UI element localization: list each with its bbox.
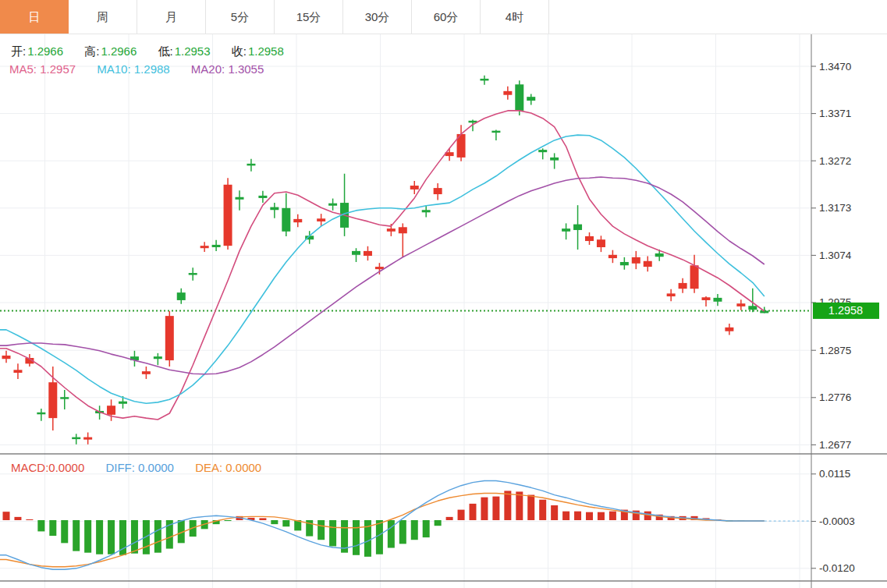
tab-timeframe-3[interactable]: 5分: [206, 0, 275, 34]
macd-bar: [96, 520, 103, 554]
axis-tick-label: 1.3074: [819, 250, 852, 261]
candle-body: [527, 97, 535, 101]
macd-bar: [84, 520, 91, 553]
candle-body: [247, 164, 255, 166]
candle-body: [236, 197, 244, 200]
candle-body: [422, 210, 431, 212]
candle-body: [212, 245, 221, 247]
macd-bar: [353, 520, 360, 555]
ma5-readout: MA5: 1.2957: [9, 62, 76, 76]
tab-timeframe-1[interactable]: 周: [69, 0, 137, 34]
macd-bar: [329, 520, 336, 546]
macd-bar: [271, 520, 278, 524]
current-price-badge-text: 1.2958: [828, 304, 863, 317]
macd-bar: [399, 520, 406, 544]
candle-body: [119, 402, 127, 404]
macd-bar: [551, 505, 558, 520]
macd-bar: [470, 504, 477, 520]
tab-timeframe-5[interactable]: 30分: [343, 0, 412, 34]
axis-tick-label: 1.2875: [819, 345, 851, 356]
ma20-line: [0, 177, 765, 374]
macd-bar: [154, 520, 161, 553]
candle-body: [189, 273, 197, 275]
candle-body: [538, 150, 547, 152]
candle-body: [375, 267, 384, 269]
candle-body: [317, 218, 325, 221]
axis-tick-label: 1.3371: [819, 108, 851, 119]
tab-timeframe-4[interactable]: 15分: [275, 0, 343, 34]
candle-body: [142, 371, 151, 374]
tab-timeframe-0[interactable]: 日: [0, 0, 69, 34]
close-readout: 收:1.2958: [232, 44, 284, 58]
tab-timeframe-6[interactable]: 60分: [412, 0, 481, 34]
candle-body: [399, 227, 407, 233]
macd-bar: [481, 498, 488, 520]
candle-body: [200, 246, 209, 248]
candle-body: [83, 437, 92, 440]
macd-bar: [3, 512, 10, 520]
candle-body: [573, 225, 582, 230]
candle-body: [72, 437, 80, 440]
candle-body: [224, 185, 232, 246]
candle-body: [352, 251, 360, 255]
macd-bar: [14, 517, 21, 520]
axis-tick-label: 1.2677: [819, 439, 851, 451]
macd-bar: [527, 495, 534, 520]
axis-tick-label: -0.0003: [819, 515, 855, 527]
macd-bar: [574, 512, 581, 520]
candle-body: [107, 406, 115, 415]
axis-tick-label: 1.3272: [819, 155, 851, 167]
candle-body: [282, 208, 290, 232]
timeframe-tabbar: 日周月5分15分30分60分4时: [0, 0, 887, 34]
macd-bar: [458, 510, 465, 520]
macd-bar: [259, 518, 266, 520]
candle-body: [632, 257, 640, 264]
macd-bar: [26, 519, 33, 520]
low-readout: 低:1.2953: [158, 44, 210, 58]
axis-tick-label: 1.3173: [819, 202, 851, 214]
candle-body: [13, 370, 22, 373]
candle-body: [364, 251, 372, 256]
candle-body: [434, 188, 442, 194]
ma-legend: MA5: 1.2957 MA10: 1.2988 MA20: 1.3055: [9, 62, 282, 76]
candle-body: [270, 207, 279, 211]
candle-body: [748, 306, 757, 310]
macd-bar: [504, 491, 511, 520]
macd-readout: MACD:0.0000: [11, 461, 84, 474]
macd-bar: [446, 517, 453, 520]
price-chart-canvas: 1.34701.33711.32721.31731.30741.29751.28…: [0, 0, 887, 588]
macd-bar: [516, 491, 523, 520]
macd-bar: [562, 512, 569, 520]
candle-body: [550, 158, 559, 161]
macd-bar: [37, 520, 44, 531]
dea-readout: DEA: 0.0000: [195, 461, 261, 474]
candle-body: [713, 298, 722, 302]
high-readout: 高:1.2966: [84, 44, 137, 58]
macd-bar: [61, 520, 68, 543]
macd-bar: [609, 512, 616, 520]
macd-bar: [225, 520, 232, 521]
ma20-readout: MA20: 1.3055: [191, 62, 264, 76]
candle-body: [655, 253, 664, 257]
ohlc-legend: 开:1.2966 高:1.2966 低:1.2953 收:1.2958: [11, 44, 302, 59]
candle-body: [690, 265, 699, 289]
candle-body: [387, 228, 396, 232]
trading-chart-window: 1.34701.33711.32721.31731.30741.29751.28…: [0, 0, 887, 588]
candle-body: [177, 292, 186, 300]
candle-body: [410, 186, 419, 190]
candle-body: [585, 236, 594, 241]
tab-timeframe-2[interactable]: 月: [137, 0, 206, 34]
candle-body: [620, 262, 629, 265]
macd-bar: [539, 500, 546, 520]
macd-bar: [376, 520, 383, 554]
candle-body: [293, 219, 302, 222]
macd-bar: [492, 497, 499, 520]
macd-bar: [388, 520, 395, 548]
macd-bar: [73, 520, 80, 551]
candle-body: [328, 204, 337, 206]
candle-body: [515, 84, 523, 111]
candle-body: [702, 297, 711, 300]
tab-timeframe-7[interactable]: 4时: [481, 0, 549, 34]
diff-readout: DIFF: 0.0000: [105, 461, 174, 474]
candle-body: [480, 79, 488, 81]
